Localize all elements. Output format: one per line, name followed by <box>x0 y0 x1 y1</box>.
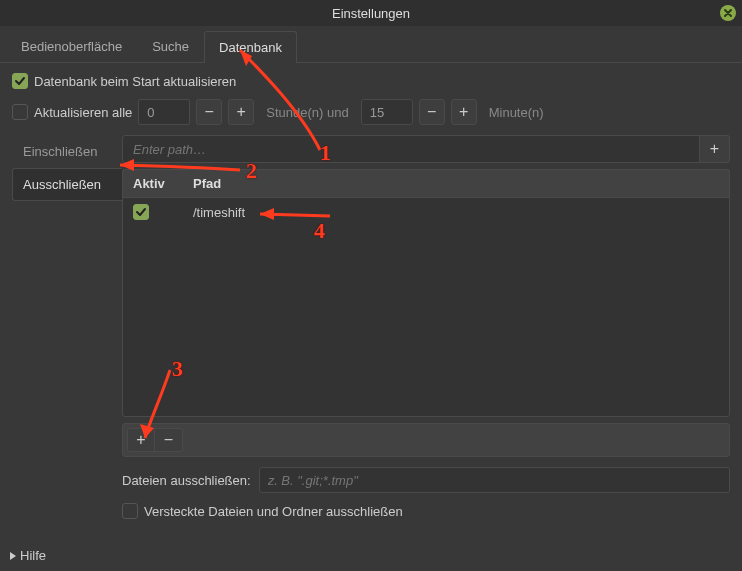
row-active-checkbox[interactable] <box>133 204 149 220</box>
minutes-input[interactable]: 15 <box>361 99 413 125</box>
col-active: Aktiv <box>123 170 183 197</box>
tab-database[interactable]: Datenbank <box>204 31 297 63</box>
table-buttons: + − <box>122 423 730 457</box>
table-add-button[interactable]: + <box>127 428 155 452</box>
minutes-unit: Minute(n) <box>489 105 544 120</box>
tab-search[interactable]: Suche <box>137 30 204 62</box>
minutes-inc-button[interactable]: + <box>451 99 477 125</box>
exclude-files-input[interactable] <box>259 467 730 493</box>
side-exclude[interactable]: Ausschließen <box>12 168 122 201</box>
exclude-files-label: Dateien ausschließen: <box>122 473 251 488</box>
checkbox-update-every[interactable] <box>12 104 28 120</box>
table-row[interactable]: /timeshift <box>123 198 729 227</box>
chevron-right-icon <box>10 552 16 560</box>
label-update-on-start: Datenbank beim Start aktualisieren <box>34 74 236 89</box>
side-include[interactable]: Einschließen <box>12 135 122 168</box>
hours-input[interactable]: 0 <box>138 99 190 125</box>
minutes-dec-button[interactable]: − <box>419 99 445 125</box>
help-expander[interactable]: Hilfe <box>10 548 46 563</box>
add-path-button[interactable]: + <box>700 135 730 163</box>
tab-content-database: Datenbank beim Start aktualisieren Aktua… <box>0 63 742 529</box>
label-update-every: Aktualisieren alle <box>34 105 132 120</box>
table-body: /timeshift <box>122 197 730 417</box>
table-header: Aktiv Pfad <box>122 169 730 197</box>
titlebar: Einstellungen <box>0 0 742 26</box>
label-exclude-hidden: Versteckte Dateien und Ordner ausschließ… <box>144 504 403 519</box>
checkbox-exclude-hidden[interactable] <box>122 503 138 519</box>
close-icon[interactable] <box>720 5 736 21</box>
help-label: Hilfe <box>20 548 46 563</box>
checkbox-update-on-start[interactable] <box>12 73 28 89</box>
hours-inc-button[interactable]: + <box>228 99 254 125</box>
hours-unit: Stunde(n) und <box>266 105 348 120</box>
table-remove-button[interactable]: − <box>155 428 183 452</box>
path-input[interactable] <box>122 135 700 163</box>
window-title: Einstellungen <box>332 6 410 21</box>
tab-interface[interactable]: Bedienoberfläche <box>6 30 137 62</box>
tab-bar: Bedienoberfläche Suche Datenbank <box>0 30 742 63</box>
include-exclude-side: Einschließen Ausschließen <box>12 135 122 519</box>
row-path: /timeshift <box>193 205 245 220</box>
hours-dec-button[interactable]: − <box>196 99 222 125</box>
col-path: Pfad <box>183 170 231 197</box>
